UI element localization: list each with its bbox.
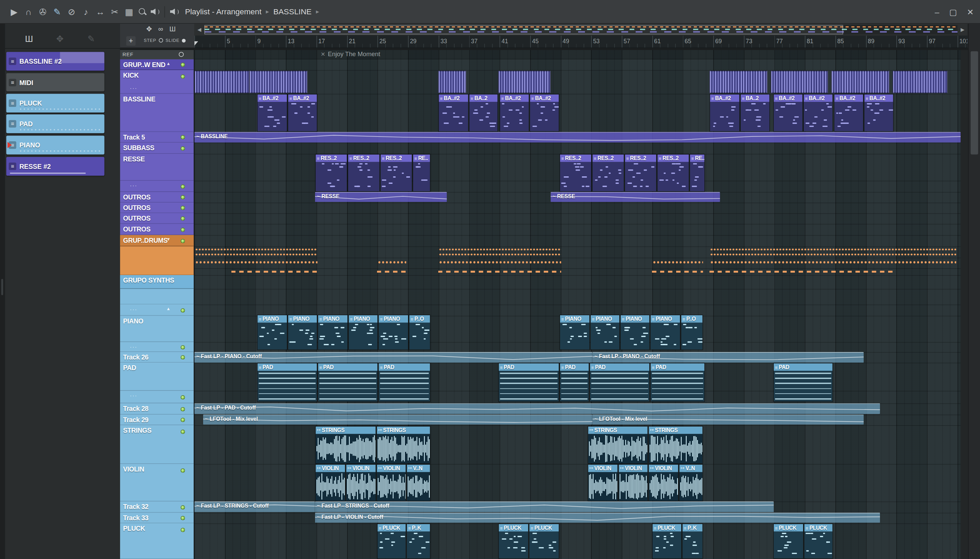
- track-header-track-33[interactable]: Track 33: [120, 513, 194, 523]
- clip-midi-res-2[interactable]: ≡RES..2: [592, 154, 624, 192]
- clip-audio-violin[interactable]: ↦VIOLIN: [618, 464, 648, 501]
- clip-auto-fast-lp-pad-cutoff[interactable]: ~ Fast LP - PAD - Cutoff: [194, 404, 880, 414]
- clip-audio-violin[interactable]: ↦VIOLIN: [588, 464, 618, 501]
- clip-audio-strings[interactable]: ↦STRINGS: [376, 426, 431, 464]
- draw-dim-icon[interactable]: ✎: [87, 34, 95, 44]
- clip-midi-pluck[interactable]: ≡PLUCK: [804, 523, 833, 559]
- playhead-start-marker[interactable]: [194, 41, 198, 46]
- palette-item-resse-2[interactable]: ≡RESSE #2: [6, 157, 104, 176]
- track-mute-led[interactable]: [181, 195, 185, 200]
- track-header-unnamed[interactable]: [120, 289, 194, 305]
- clip-midi-p-k[interactable]: ≡P..K: [406, 523, 431, 559]
- playback-tool-icon[interactable]: [151, 8, 160, 15]
- track-header-pad[interactable]: PAD: [120, 362, 194, 391]
- select-tool-icon[interactable]: ▦: [124, 7, 134, 17]
- clip-midi-piano[interactable]: ≡PIANO: [650, 314, 681, 350]
- clip-dash[interactable]: [709, 269, 894, 275]
- track-header-track-26[interactable]: Track 26: [120, 352, 194, 362]
- timeline-grid[interactable]: ✕ Enjoy The Moment ≡BA..#2≡BA..#2≡BA..#2…: [194, 50, 967, 559]
- track-mute-led[interactable]: [181, 528, 185, 532]
- clip-audio-v-n[interactable]: ↦V..N: [406, 464, 431, 501]
- performance-view-icon[interactable]: Ш: [170, 25, 176, 33]
- clip-kick[interactable]: [194, 71, 249, 93]
- track-header-outros[interactable]: OUTROS: [120, 192, 194, 203]
- track-header--[interactable]: ...: [120, 342, 194, 352]
- clip-midi-piano[interactable]: ≡PIANO: [559, 314, 590, 350]
- clip-dots1[interactable]: [652, 258, 703, 265]
- palette-item-bassline-2[interactable]: ≡BASSLINE #2: [6, 52, 104, 71]
- track-mute-led[interactable]: [181, 206, 185, 210]
- clip-dash[interactable]: [438, 269, 561, 275]
- track-header-bassline[interactable]: BASSLINE: [120, 94, 194, 132]
- clip-midi-ba-2[interactable]: ≡BA..#2: [864, 94, 894, 132]
- clip-midi-ba-2[interactable]: ≡BA..#2: [257, 94, 287, 132]
- clip-auto-fast-lp-piano-cutoff[interactable]: ~ Fast LP - PIANO - Cutoff: [194, 352, 592, 362]
- clip-midi-p-k[interactable]: ≡P..K: [682, 523, 703, 559]
- group-header-grupo-synths[interactable]: GRUPO SYNTHS: [120, 275, 194, 289]
- clip-midi-re-[interactable]: ≡RE..: [412, 154, 431, 192]
- pan-tool-icon[interactable]: ✥: [146, 25, 152, 33]
- track-mute-led[interactable]: [181, 217, 185, 221]
- track-header-track-32[interactable]: Track 32: [120, 501, 194, 513]
- clip-audio-v-n[interactable]: ↦V..N: [679, 464, 703, 501]
- track-header-track-5[interactable]: Track 5: [120, 132, 194, 143]
- clip-kick[interactable]: [498, 71, 551, 93]
- play-icon[interactable]: ▶: [9, 7, 20, 17]
- clip-midi-piano[interactable]: ≡PIANO: [620, 314, 650, 350]
- collapse-up-icon[interactable]: ▲: [167, 61, 171, 66]
- clip-midi-piano[interactable]: ≡PIANO: [378, 314, 409, 350]
- clip-dots1[interactable]: [438, 258, 561, 265]
- palette-item-piano[interactable]: ≡PIANO: [6, 136, 104, 155]
- clip-midi-p-o[interactable]: ≡P..O: [409, 314, 431, 350]
- track-mute-led[interactable]: [181, 505, 185, 509]
- clip-dots1[interactable]: [194, 258, 317, 265]
- clip-kick[interactable]: [438, 71, 467, 93]
- minimize-button[interactable]: –: [935, 7, 939, 17]
- paperclip-icon[interactable]: ✇: [38, 7, 48, 17]
- clip-dots2[interactable]: [194, 246, 317, 256]
- clip-midi-pluck[interactable]: ≡PLUCK: [529, 523, 559, 559]
- slice-tool-icon[interactable]: ✂: [109, 7, 120, 17]
- track-mute-led[interactable]: [181, 418, 185, 422]
- clip-dash[interactable]: [231, 269, 317, 275]
- clip-pad-pad[interactable]: ≡PAD: [589, 362, 650, 402]
- track-mute-led[interactable]: [181, 345, 185, 349]
- slide-tool-icon[interactable]: ∞: [158, 25, 163, 33]
- clip-midi-piano[interactable]: ≡PIANO: [287, 314, 317, 350]
- navigator-right-icon[interactable]: ▶: [957, 27, 967, 33]
- track-mute-led[interactable]: [181, 407, 185, 411]
- track-header-pluck[interactable]: PLUCK: [120, 523, 194, 559]
- stretch-tool-icon[interactable]: ↔: [95, 7, 106, 17]
- clip-auto-fast-lp-strings-cutoff[interactable]: ~ Fast LP - STRINGS - Cutoff: [194, 501, 315, 512]
- picker-panel-icon[interactable]: Ш: [25, 34, 33, 44]
- clip-midi-piano[interactable]: ≡PIANO: [348, 314, 378, 350]
- clip-midi-p-o[interactable]: ≡P..O: [681, 314, 703, 350]
- track-mute-led[interactable]: [181, 184, 185, 189]
- track-mute-led[interactable]: [181, 239, 185, 243]
- track-mute-led[interactable]: [181, 74, 185, 79]
- clip-midi-ba-2[interactable]: ≡BA..#2: [530, 94, 559, 132]
- clip-dash[interactable]: [377, 269, 406, 275]
- draw-tool-icon[interactable]: ✎: [52, 7, 62, 17]
- clip-kick[interactable]: [771, 71, 828, 93]
- clip-pad-pad[interactable]: ≡PAD: [559, 362, 589, 402]
- track-header-unnamed[interactable]: [120, 246, 194, 275]
- clip-pad-pad[interactable]: ≡PAD: [773, 362, 833, 402]
- clip-auto-fast-lp-strings-cutoff[interactable]: ~ Fast LP - STRINGS - Cutoff: [315, 501, 774, 512]
- step-toggle-icon[interactable]: [158, 38, 163, 43]
- step-slide-toggle[interactable]: STEP SLIDE: [144, 38, 185, 43]
- track-header-outros[interactable]: OUTROS: [120, 224, 194, 235]
- clip-kick[interactable]: [709, 71, 768, 93]
- track-header--[interactable]: ...▲: [120, 304, 194, 316]
- timeline-ruler[interactable]: 5913172125293337414549535761656973778185…: [194, 36, 967, 48]
- clip-auto-lfotool-mix-level[interactable]: ~ LFOTool - Mix level: [592, 415, 864, 425]
- clip-pad-pad[interactable]: ≡PAD: [257, 362, 317, 402]
- breadcrumb-pattern[interactable]: BASSLINE: [273, 7, 311, 16]
- mute-tool-icon[interactable]: ⊘: [66, 7, 77, 17]
- clip-midi-res-2[interactable]: ≡RES..2: [380, 154, 413, 192]
- clip-midi-ba-2[interactable]: ≡BA..#2: [287, 94, 317, 132]
- track-mute-led[interactable]: [181, 468, 185, 473]
- clip-audio-strings[interactable]: ↦STRINGS: [588, 426, 648, 464]
- clip-kick[interactable]: [893, 71, 948, 93]
- track-mute-led[interactable]: [181, 135, 185, 140]
